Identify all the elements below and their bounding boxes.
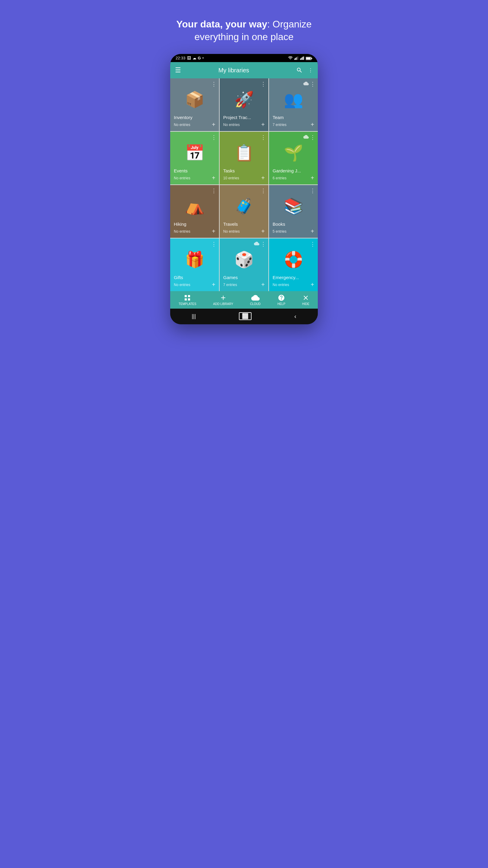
card-title-project-tracker: Project Trac...	[223, 115, 265, 120]
card-footer-books: 5 entries+	[272, 228, 314, 235]
card-menu-gifts[interactable]: ⋮	[211, 241, 217, 247]
card-title-books: Books	[272, 221, 314, 227]
system-nav-bar: ||| ⬜ ‹	[170, 309, 318, 324]
card-emoji-books: 📚	[272, 193, 314, 219]
card-footer-team: 7 entries+	[272, 121, 314, 128]
card-title-emergency: Emergency...	[272, 275, 314, 280]
svg-rect-15	[185, 299, 187, 301]
card-cloud-gardening	[303, 134, 309, 139]
card-add-gardening[interactable]: +	[311, 175, 314, 181]
svg-rect-7	[302, 57, 302, 60]
card-menu-travels[interactable]: ⋮	[261, 187, 266, 194]
svg-rect-8	[302, 57, 303, 60]
nav-item-help[interactable]: HELP	[278, 293, 285, 306]
card-menu-inventory[interactable]: ⋮	[211, 81, 217, 87]
hero-bold: Your data, your way	[176, 19, 267, 30]
card-emoji-emergency: 🛟	[272, 247, 314, 273]
signal-icon	[294, 56, 298, 60]
card-emoji-tasks: 📋	[223, 140, 265, 166]
library-card-events[interactable]: ⋮📅EventsNo entries+	[170, 132, 219, 184]
svg-rect-16	[188, 299, 190, 301]
svg-rect-12	[311, 58, 312, 59]
card-entries-travels: No entries	[223, 229, 240, 234]
library-card-inventory[interactable]: ⋮📦InventoryNo entries+	[170, 79, 219, 131]
card-add-travels[interactable]: +	[261, 228, 265, 235]
nav-label-hide: HIDE	[302, 302, 310, 306]
card-footer-hiking: No entries+	[174, 228, 216, 235]
card-menu-project-tracker[interactable]: ⋮	[261, 81, 266, 87]
library-card-games[interactable]: ⋮🎲Games7 entries+	[220, 239, 268, 291]
card-title-events: Events	[174, 168, 216, 173]
svg-rect-14	[188, 295, 190, 297]
dot-icon: •	[202, 56, 204, 60]
nav-item-templates[interactable]: TEMPLATES	[178, 293, 196, 306]
card-add-team[interactable]: +	[311, 121, 314, 128]
card-add-books[interactable]: +	[311, 228, 314, 235]
back-icon[interactable]: |||	[192, 313, 196, 319]
app-bar-actions: ⋮	[296, 67, 313, 73]
svg-rect-4	[298, 56, 298, 60]
library-card-gardening[interactable]: ⋮🌱Gardening J...6 entries+	[269, 132, 318, 184]
card-add-inventory[interactable]: +	[212, 121, 216, 128]
add-icon	[220, 293, 227, 301]
hero-section: Your data, your way: Organize everything…	[166, 18, 322, 43]
card-footer-gardening: 6 entries+	[272, 175, 314, 181]
library-card-books[interactable]: ⋮📚Books5 entries+	[269, 185, 318, 238]
card-menu-gardening[interactable]: ⋮	[310, 134, 315, 141]
library-card-hiking[interactable]: ⋮⛺HikingNo entries+	[170, 185, 219, 238]
card-emoji-travels: 🧳	[223, 193, 265, 219]
card-add-events[interactable]: +	[212, 175, 216, 181]
card-emoji-gifts: 🎁	[174, 247, 216, 273]
wifi-icon	[288, 56, 293, 60]
card-entries-inventory: No entries	[174, 123, 190, 127]
nav-item-hide[interactable]: HIDE	[302, 293, 310, 306]
library-card-tasks[interactable]: ⋮📋Tasks10 entries+	[220, 132, 268, 184]
card-add-gifts[interactable]: +	[212, 281, 216, 288]
card-add-tasks[interactable]: +	[261, 175, 265, 181]
svg-rect-1	[295, 58, 296, 60]
card-emoji-inventory: 📦	[174, 87, 216, 113]
card-menu-games[interactable]: ⋮	[261, 241, 266, 247]
library-card-travels[interactable]: ⋮🧳TravelsNo entries+	[220, 185, 268, 238]
card-add-emergency[interactable]: +	[311, 281, 314, 288]
card-entries-gardening: 6 entries	[272, 176, 287, 180]
card-menu-team[interactable]: ⋮	[310, 81, 315, 87]
library-card-gifts[interactable]: ⋮🎁GiftsNo entries+	[170, 239, 219, 291]
card-title-hiking: Hiking	[174, 221, 216, 227]
card-add-project-tracker[interactable]: +	[261, 121, 265, 128]
card-menu-events[interactable]: ⋮	[211, 134, 217, 141]
photo-icon: 🖼	[187, 56, 191, 60]
hero-heading: Your data, your way: Organize everything…	[166, 18, 322, 43]
library-card-project-tracker[interactable]: ⋮🚀Project Trac...No entries+	[220, 79, 268, 131]
card-footer-travels: No entries+	[223, 228, 265, 235]
home-icon[interactable]: ⬜	[239, 312, 252, 320]
card-menu-emergency[interactable]: ⋮	[310, 241, 315, 247]
card-title-tasks: Tasks	[223, 168, 265, 173]
library-card-team[interactable]: ⋮👥Team7 entries+	[269, 79, 318, 131]
status-bar: 22:33 🖼 ☁ G •	[170, 54, 318, 62]
card-add-hiking[interactable]: +	[212, 228, 216, 235]
library-card-emergency[interactable]: ⋮🛟Emergency...No entries+	[269, 239, 318, 291]
card-menu-tasks[interactable]: ⋮	[261, 134, 266, 141]
card-cloud-games	[254, 241, 259, 246]
card-entries-emergency: No entries	[272, 283, 289, 287]
library-grid: ⋮📦InventoryNo entries+⋮🚀Project Trac...N…	[170, 79, 318, 291]
card-menu-books[interactable]: ⋮	[310, 187, 315, 194]
nav-item-add-library[interactable]: ADD LIBRARY	[213, 293, 233, 306]
card-add-games[interactable]: +	[261, 281, 265, 288]
card-emoji-hiking: ⛺	[174, 193, 216, 219]
card-title-team: Team	[272, 115, 314, 120]
more-vert-icon[interactable]: ⋮	[308, 67, 313, 73]
card-footer-project-tracker: No entries+	[223, 121, 265, 128]
svg-rect-6	[301, 58, 301, 60]
search-icon[interactable]	[296, 67, 303, 73]
cloud-status-icon: ☁	[193, 56, 196, 60]
card-title-travels: Travels	[223, 221, 265, 227]
card-footer-events: No entries+	[174, 175, 216, 181]
recents-icon[interactable]: ‹	[294, 313, 296, 320]
bottom-nav: TEMPLATESADD LIBRARYCLOUDHELPHIDE	[170, 291, 318, 309]
nav-item-cloud[interactable]: CLOUD	[250, 293, 261, 306]
card-emoji-games: 🎲	[223, 247, 265, 273]
card-menu-hiking[interactable]: ⋮	[211, 187, 217, 194]
card-title-gardening: Gardening J...	[272, 168, 314, 173]
